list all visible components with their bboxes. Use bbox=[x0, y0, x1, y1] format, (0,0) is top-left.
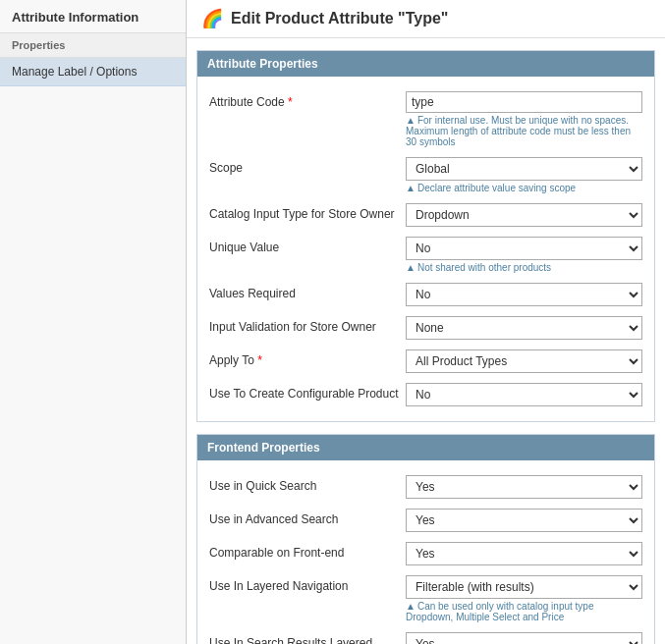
attribute-properties-body: Attribute Code * ▲For internal use. Must… bbox=[197, 77, 654, 421]
advanced-search-row: Use in Advanced Search Yes No bbox=[197, 504, 654, 537]
values-required-field: No Yes bbox=[406, 283, 642, 306]
comparable-frontend-field: Yes No bbox=[406, 542, 642, 565]
configurable-product-field: No Yes bbox=[406, 383, 642, 406]
comparable-frontend-label: Comparable on Front-end bbox=[209, 542, 406, 560]
comparable-frontend-row: Comparable on Front-end Yes No bbox=[197, 537, 654, 570]
apply-to-required: * bbox=[257, 353, 262, 367]
input-validation-label: Input Validation for Store Owner bbox=[209, 316, 406, 334]
quick-search-field: Yes No bbox=[406, 475, 642, 499]
apply-to-label: Apply To * bbox=[209, 349, 406, 367]
unique-value-field: No Yes ▲Not shared with other products bbox=[406, 237, 642, 273]
apply-to-row: Apply To * All Product Types Simple Prod… bbox=[197, 345, 654, 378]
search-results-layered-row: Use In Search Results Layered Navigation… bbox=[197, 627, 654, 644]
input-validation-row: Input Validation for Store Owner None Al… bbox=[197, 311, 654, 345]
apply-to-field: All Product Types Simple Product Grouped… bbox=[406, 349, 642, 373]
configurable-product-row: Use To Create Configurable Product No Ye… bbox=[197, 378, 654, 411]
rainbow-icon: 🌈 bbox=[201, 8, 223, 29]
frontend-properties-header: Frontend Properties bbox=[197, 435, 654, 460]
attribute-code-required: * bbox=[288, 95, 293, 109]
sidebar-item-manage-label[interactable]: Manage Label / Options bbox=[0, 58, 186, 86]
values-required-row: Values Required No Yes bbox=[197, 278, 654, 311]
catalog-input-type-select[interactable]: Dropdown Text Field Text Area Date Yes/N… bbox=[406, 203, 642, 227]
unique-value-label: Unique Value bbox=[209, 237, 406, 254]
catalog-input-type-label: Catalog Input Type for Store Owner bbox=[209, 203, 406, 221]
input-validation-select[interactable]: None Alphanumeric Numeric Only Alpha Onl… bbox=[406, 316, 642, 340]
attribute-properties-panel: Attribute Properties Attribute Code * ▲F… bbox=[196, 50, 655, 422]
scope-row: Scope Global Website Store View ▲Declare… bbox=[197, 152, 654, 198]
attribute-code-field: ▲For internal use. Must be unique with n… bbox=[406, 91, 642, 147]
quick-search-label: Use in Quick Search bbox=[209, 475, 406, 493]
hint-icon-3: ▲ bbox=[406, 262, 416, 273]
search-results-layered-select[interactable]: Yes No bbox=[406, 632, 642, 644]
scope-label: Scope bbox=[209, 157, 406, 175]
input-validation-field: None Alphanumeric Numeric Only Alpha Onl… bbox=[406, 316, 642, 340]
main-content: 🌈 Edit Product Attribute "Type" Attribut… bbox=[187, 0, 665, 644]
scope-select[interactable]: Global Website Store View bbox=[406, 157, 642, 181]
page-title: Edit Product Attribute "Type" bbox=[231, 10, 448, 27]
apply-to-select[interactable]: All Product Types Simple Product Grouped… bbox=[406, 349, 642, 373]
attribute-code-row: Attribute Code * ▲For internal use. Must… bbox=[197, 86, 654, 152]
layered-navigation-field: Filterable (with results) Filterable (no… bbox=[406, 575, 642, 622]
sidebar-title: Attribute Information bbox=[0, 0, 186, 32]
quick-search-row: Use in Quick Search Yes No bbox=[197, 470, 654, 504]
unique-value-row: Unique Value No Yes ▲Not shared with oth… bbox=[197, 232, 654, 278]
scope-field: Global Website Store View ▲Declare attri… bbox=[406, 157, 642, 193]
quick-search-select[interactable]: Yes No bbox=[406, 475, 642, 499]
page-header: 🌈 Edit Product Attribute "Type" bbox=[187, 0, 665, 38]
attribute-properties-header: Attribute Properties bbox=[197, 51, 654, 77]
attribute-code-input[interactable] bbox=[406, 91, 642, 113]
configurable-product-select[interactable]: No Yes bbox=[406, 383, 642, 406]
hint-icon-4: ▲ bbox=[406, 601, 416, 612]
sidebar: Attribute Information Properties Manage … bbox=[0, 0, 187, 644]
values-required-select[interactable]: No Yes bbox=[406, 283, 642, 306]
frontend-properties-body: Use in Quick Search Yes No Use in Advanc… bbox=[197, 460, 654, 644]
advanced-search-select[interactable]: Yes No bbox=[406, 509, 642, 532]
configurable-product-label: Use To Create Configurable Product bbox=[209, 383, 406, 401]
advanced-search-label: Use in Advanced Search bbox=[209, 509, 406, 526]
search-results-layered-label: Use In Search Results Layered Navigation bbox=[209, 632, 406, 644]
attribute-code-label: Attribute Code * bbox=[209, 91, 406, 109]
unique-value-select[interactable]: No Yes bbox=[406, 237, 642, 260]
scope-hint: ▲Declare attribute value saving scope bbox=[406, 183, 642, 193]
catalog-input-type-field: Dropdown Text Field Text Area Date Yes/N… bbox=[406, 203, 642, 227]
hint-icon-2: ▲ bbox=[406, 183, 416, 193]
layered-navigation-row: Use In Layered Navigation Filterable (wi… bbox=[197, 570, 654, 627]
sidebar-section-label: Properties bbox=[0, 32, 186, 58]
hint-icon-1: ▲ bbox=[406, 115, 416, 126]
comparable-frontend-select[interactable]: Yes No bbox=[406, 542, 642, 565]
search-results-layered-field: Yes No ▲Can be used only with catalog in… bbox=[406, 632, 642, 644]
catalog-input-type-row: Catalog Input Type for Store Owner Dropd… bbox=[197, 198, 654, 232]
layered-navigation-select[interactable]: Filterable (with results) Filterable (no… bbox=[406, 575, 642, 599]
advanced-search-field: Yes No bbox=[406, 509, 642, 532]
layered-navigation-label: Use In Layered Navigation bbox=[209, 575, 406, 593]
layered-navigation-hint: ▲Can be used only with catalog input typ… bbox=[406, 601, 642, 622]
frontend-properties-panel: Frontend Properties Use in Quick Search … bbox=[196, 434, 655, 644]
attribute-code-hint: ▲For internal use. Must be unique with n… bbox=[406, 115, 642, 147]
unique-value-hint: ▲Not shared with other products bbox=[406, 262, 642, 273]
values-required-label: Values Required bbox=[209, 283, 406, 300]
